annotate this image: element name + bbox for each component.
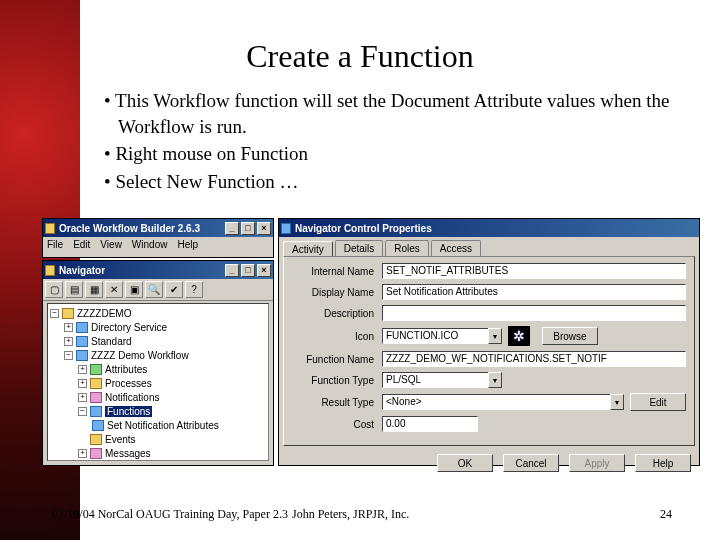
tabs: Activity Details Roles Access bbox=[279, 237, 699, 256]
menu-view[interactable]: View bbox=[100, 239, 122, 250]
folder-icon bbox=[76, 350, 88, 361]
save-icon[interactable]: ▦ bbox=[85, 281, 103, 298]
slide-footer: 07/19/04 NorCal OAUG Training Day, Paper… bbox=[52, 507, 692, 522]
verify-icon[interactable]: ✔ bbox=[165, 281, 183, 298]
delete-icon[interactable]: ✕ bbox=[105, 281, 123, 298]
notif-icon bbox=[90, 392, 102, 403]
dropdown-icon[interactable]: ▼ bbox=[488, 372, 502, 388]
navigator-icon bbox=[45, 265, 55, 276]
attr-icon bbox=[90, 364, 102, 375]
control-properties-window: Navigator Control Properties Activity De… bbox=[278, 218, 700, 466]
tab-details[interactable]: Details bbox=[335, 240, 384, 256]
menu-file[interactable]: File bbox=[47, 239, 63, 250]
close-button[interactable]: × bbox=[257, 222, 271, 235]
tab-activity[interactable]: Activity bbox=[283, 241, 333, 257]
tree-item[interactable]: Processes bbox=[105, 378, 152, 389]
expand-icon[interactable]: + bbox=[64, 323, 73, 332]
tab-roles[interactable]: Roles bbox=[385, 240, 429, 256]
tree-item[interactable]: Standard bbox=[91, 336, 132, 347]
help-button[interactable]: Help bbox=[635, 454, 691, 472]
label-icon: Icon bbox=[292, 331, 382, 342]
tree-item[interactable]: Messages bbox=[105, 448, 151, 459]
bullet-item: Right mouse on Function bbox=[90, 141, 710, 167]
open-icon[interactable]: ▤ bbox=[65, 281, 83, 298]
cancel-button[interactable]: Cancel bbox=[503, 454, 559, 472]
titlebar[interactable]: Navigator Control Properties bbox=[279, 219, 699, 237]
expand-icon[interactable]: + bbox=[78, 393, 87, 402]
dropdown-icon[interactable]: ▼ bbox=[488, 328, 502, 344]
ok-button[interactable]: OK bbox=[437, 454, 493, 472]
label-result-type: Result Type bbox=[292, 397, 382, 408]
tree-root[interactable]: ZZZZDEMO bbox=[77, 308, 131, 319]
icon-preview: ✲ bbox=[508, 326, 530, 346]
new-icon[interactable]: ▢ bbox=[45, 281, 63, 298]
dialog-buttons: OK Cancel Apply Help bbox=[279, 450, 699, 478]
apply-button[interactable]: Apply bbox=[569, 454, 625, 472]
tree-item[interactable]: Notifications bbox=[105, 392, 159, 403]
titlebar[interactable]: Navigator _ □ × bbox=[43, 261, 273, 279]
function-name-field[interactable]: ZZZZ_DEMO_WF_NOTIFICATIONS.SET_NOTIF bbox=[382, 351, 686, 367]
label-function-type: Function Type bbox=[292, 375, 382, 386]
result-type-field[interactable]: <None> bbox=[382, 394, 610, 410]
tab-access[interactable]: Access bbox=[431, 240, 481, 256]
navigator-toolbar: ▢ ▤ ▦ ✕ ▣ 🔍 ✔ ? bbox=[43, 279, 273, 301]
msg-icon bbox=[90, 448, 102, 459]
tree-item[interactable]: Directory Service bbox=[91, 322, 167, 333]
menu-help[interactable]: Help bbox=[177, 239, 198, 250]
tree-item-functions[interactable]: Functions bbox=[105, 406, 152, 417]
dropdown-icon[interactable]: ▼ bbox=[610, 394, 624, 410]
tab-panel: Internal NameSET_NOTIF_ATTRIBUTES Displa… bbox=[283, 256, 695, 446]
collapse-icon[interactable]: − bbox=[50, 309, 59, 318]
description-field[interactable] bbox=[382, 305, 686, 321]
cost-field[interactable]: 0.00 bbox=[382, 416, 478, 432]
menu-window[interactable]: Window bbox=[132, 239, 168, 250]
expand-icon[interactable]: + bbox=[78, 379, 87, 388]
function-type-field[interactable]: PL/SQL bbox=[382, 372, 488, 388]
navigator-tree[interactable]: −ZZZZDEMO +Directory Service +Standard −… bbox=[47, 303, 269, 461]
bullet-item: Select New Function … bbox=[90, 169, 710, 195]
expand-icon[interactable]: + bbox=[78, 365, 87, 374]
process-icon bbox=[90, 378, 102, 389]
internal-name-field[interactable]: SET_NOTIF_ATTRIBUTES bbox=[382, 263, 686, 279]
window-title: Navigator Control Properties bbox=[295, 223, 432, 234]
app-icon bbox=[45, 223, 55, 234]
display-name-field[interactable]: Set Notification Attributes bbox=[382, 284, 686, 300]
browse-button[interactable]: Browse bbox=[542, 327, 598, 345]
folder-icon bbox=[76, 336, 88, 347]
tree-item[interactable]: Set Notification Attributes bbox=[107, 420, 219, 431]
help-icon[interactable]: ? bbox=[185, 281, 203, 298]
bullet-list: This Workflow function will set the Docu… bbox=[90, 88, 710, 197]
menu-edit[interactable]: Edit bbox=[73, 239, 90, 250]
footer-left: 07/19/04 NorCal OAUG Training Day, Paper… bbox=[52, 507, 292, 522]
func-icon bbox=[90, 406, 102, 417]
props-icon bbox=[281, 223, 291, 234]
label-cost: Cost bbox=[292, 419, 382, 430]
icon-field[interactable]: FUNCTION.ICO bbox=[382, 328, 488, 344]
maximize-button[interactable]: □ bbox=[241, 264, 255, 277]
label-display-name: Display Name bbox=[292, 287, 382, 298]
minimize-button[interactable]: _ bbox=[225, 264, 239, 277]
slide-title: Create a Function bbox=[0, 38, 720, 75]
tree-item[interactable]: Attributes bbox=[105, 364, 147, 375]
close-button[interactable]: × bbox=[257, 264, 271, 277]
maximize-button[interactable]: □ bbox=[241, 222, 255, 235]
navigator-window: Navigator _ □ × ▢ ▤ ▦ ✕ ▣ 🔍 ✔ ? −ZZZZDEM… bbox=[42, 260, 274, 466]
props-icon[interactable]: ▣ bbox=[125, 281, 143, 298]
find-icon[interactable]: 🔍 bbox=[145, 281, 163, 298]
tree-item[interactable]: Events bbox=[105, 434, 136, 445]
func-icon bbox=[92, 420, 104, 431]
collapse-icon[interactable]: − bbox=[64, 351, 73, 360]
label-function-name: Function Name bbox=[292, 354, 382, 365]
events-icon bbox=[90, 434, 102, 445]
footer-page-number: 24 bbox=[592, 507, 692, 522]
expand-icon[interactable]: + bbox=[78, 449, 87, 458]
edit-button[interactable]: Edit bbox=[630, 393, 686, 411]
workflow-builder-window: Oracle Workflow Builder 2.6.3 _ □ × File… bbox=[42, 218, 274, 258]
tree-item[interactable]: ZZZZ Demo Workflow bbox=[91, 350, 189, 361]
expand-icon[interactable]: + bbox=[64, 337, 73, 346]
collapse-icon[interactable]: − bbox=[78, 407, 87, 416]
minimize-button[interactable]: _ bbox=[225, 222, 239, 235]
titlebar[interactable]: Oracle Workflow Builder 2.6.3 _ □ × bbox=[43, 219, 273, 237]
label-internal-name: Internal Name bbox=[292, 266, 382, 277]
window-title: Oracle Workflow Builder 2.6.3 bbox=[59, 223, 200, 234]
